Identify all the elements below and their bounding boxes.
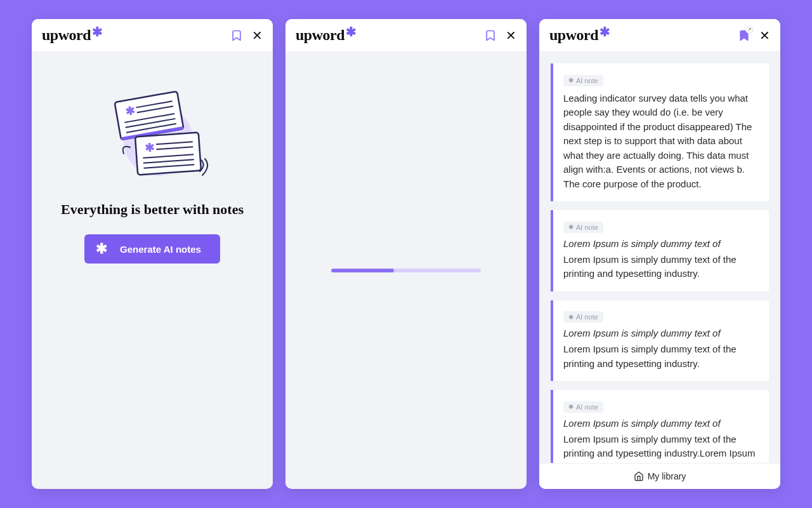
close-button[interactable]: ✕ (252, 29, 263, 42)
note-card[interactable]: ✱ AI note Lorem Ipsum is simply dummy te… (551, 300, 769, 382)
svg-text:✱: ✱ (145, 141, 155, 154)
bookmark-button[interactable] (230, 29, 243, 43)
asterisk-icon: ✱ (568, 224, 573, 231)
progress-fill (331, 269, 394, 272)
asterisk-icon: ✱ (346, 25, 357, 38)
notes-illustration: ✱ ✱ (92, 84, 213, 189)
logo-text: upword (549, 27, 598, 44)
note-body: Lorem Ipsum is simply dummy text of the … (563, 253, 757, 281)
note-body: Lorem Ipsum is simply dummy text of the … (563, 342, 757, 371)
library-label: My library (648, 471, 686, 481)
sync-badge-icon: ↗ (745, 26, 753, 34)
empty-heading: Everything is better with notes (61, 201, 244, 218)
note-title: Lorem Ipsum is simply dummy text of (563, 328, 757, 338)
note-title: Lorem Ipsum is simply dummy text of (563, 418, 757, 429)
asterisk-icon: ✱ (599, 25, 610, 38)
notes-scroll[interactable]: ✱ AI note Leading indicator survey data … (539, 52, 780, 463)
asterisk-icon: ✱ (95, 242, 108, 256)
bookmark-icon (230, 29, 243, 43)
logo-text: upword (42, 27, 91, 44)
bookmark-button[interactable] (484, 29, 497, 43)
bookmark-icon (484, 29, 497, 43)
generate-button-label: Generate AI notes (120, 244, 201, 255)
logo-text: upword (296, 27, 344, 44)
panel-header: upword ✱ ✕ (32, 19, 273, 52)
note-card[interactable]: ✱ AI note Lorem Ipsum is simply dummy te… (551, 390, 769, 463)
panel-empty-state: upword ✱ ✕ ✱ (32, 19, 273, 489)
home-icon (634, 471, 644, 481)
ai-note-badge: ✱ AI note (563, 75, 603, 86)
badge-label: AI note (576, 224, 598, 231)
loading-state (285, 52, 527, 489)
progress-bar (331, 269, 481, 272)
header-actions: ✕ (484, 29, 516, 43)
panel-footer[interactable]: My library (539, 463, 780, 489)
asterisk-icon: ✱ (568, 77, 573, 84)
badge-label: AI note (576, 313, 598, 321)
close-icon: ✕ (506, 29, 516, 42)
generate-ai-notes-button[interactable]: ✱ Generate AI notes (84, 234, 220, 264)
panel-header: upword ✱ ↗ ✕ (539, 19, 780, 52)
logo: upword ✱ (549, 27, 610, 44)
close-button[interactable]: ✕ (506, 29, 516, 42)
note-body: Lorem Ipsum is simply dummy text of the … (563, 432, 757, 464)
ai-note-badge: ✱ AI note (563, 401, 603, 413)
notes-body: ✱ AI note Leading indicator survey data … (539, 52, 780, 489)
badge-label: AI note (576, 77, 598, 84)
note-card[interactable]: ✱ AI note Lorem Ipsum is simply dummy te… (551, 210, 769, 291)
logo: upword ✱ (42, 27, 103, 44)
panel-notes-list: upword ✱ ↗ ✕ ✱ AI note Leading indicator… (539, 19, 780, 489)
close-icon: ✕ (759, 29, 770, 42)
asterisk-icon: ✱ (568, 403, 573, 410)
header-actions: ↗ ✕ (738, 29, 770, 43)
asterisk-icon: ✱ (92, 25, 103, 38)
panel-loading: upword ✱ ✕ (285, 19, 527, 489)
badge-label: AI note (576, 403, 598, 411)
ai-note-badge: ✱ AI note (563, 222, 603, 233)
header-actions: ✕ (230, 29, 263, 43)
logo: upword ✱ (296, 27, 357, 44)
note-title: Lorem Ipsum is simply dummy text of (563, 238, 757, 249)
panel-header: upword ✱ ✕ (285, 19, 527, 52)
empty-state: ✱ ✱ Everything is better with notes ✱ (32, 52, 273, 489)
note-card[interactable]: ✱ AI note Leading indicator survey data … (551, 64, 769, 201)
ai-note-badge: ✱ AI note (563, 311, 603, 323)
bookmark-saved-button[interactable]: ↗ (738, 29, 750, 43)
note-body: Leading indicator survey data tells you … (563, 91, 757, 192)
asterisk-icon: ✱ (568, 314, 573, 321)
close-button[interactable]: ✕ (759, 29, 770, 42)
close-icon: ✕ (252, 29, 263, 42)
